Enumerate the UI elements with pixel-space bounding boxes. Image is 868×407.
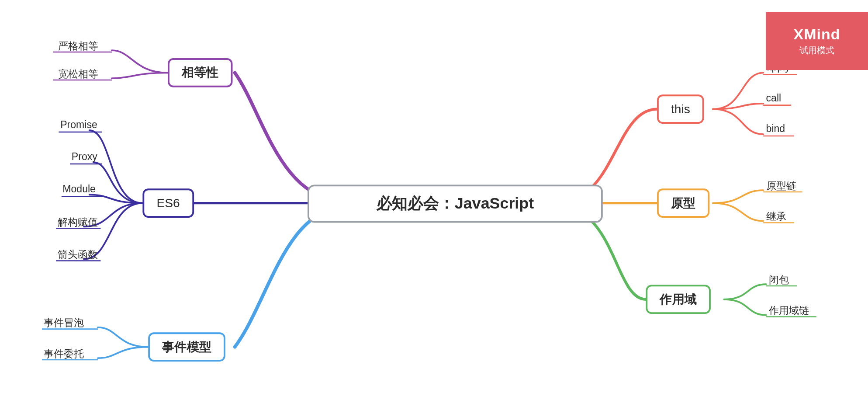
central-topic[interactable]: 必知必会：JavaScript: [308, 184, 603, 223]
central-topic-label: 必知必会：JavaScript: [377, 193, 534, 215]
branch-equality[interactable]: 相等性: [168, 58, 232, 87]
branch-equality-label: 相等性: [182, 64, 218, 81]
leaf-scope-chain[interactable]: 作用域链: [769, 304, 809, 317]
branch-scope-label: 作用域: [660, 291, 696, 308]
leaf-module[interactable]: Module: [62, 184, 96, 195]
leaf-proxy[interactable]: Proxy: [72, 151, 97, 163]
branch-event-model-label: 事件模型: [162, 338, 211, 355]
leaf-event-delegate[interactable]: 事件委托: [44, 347, 84, 361]
leaf-call[interactable]: call: [766, 92, 782, 104]
branch-es6-label: ES6: [156, 196, 180, 210]
leaf-event-bubble[interactable]: 事件冒泡: [44, 316, 84, 330]
leaf-inherit[interactable]: 继承: [766, 210, 786, 223]
leaf-strict-equal[interactable]: 严格相等: [58, 39, 98, 53]
leaf-destructure[interactable]: 解构赋值: [58, 216, 98, 229]
watermark-trial: 试用模式: [799, 45, 834, 56]
branch-this[interactable]: this: [657, 94, 704, 124]
leaf-bind[interactable]: bind: [766, 123, 785, 135]
leaf-loose-equal[interactable]: 宽松相等: [58, 67, 98, 81]
watermark: XMind 试用模式: [766, 12, 868, 70]
branch-event-model[interactable]: 事件模型: [148, 332, 225, 362]
leaf-promise[interactable]: Promise: [60, 119, 97, 131]
branch-scope[interactable]: 作用域: [646, 285, 710, 314]
branch-this-label: this: [671, 102, 690, 116]
branch-es6[interactable]: ES6: [142, 188, 194, 218]
leaf-closure[interactable]: 闭包: [769, 273, 789, 287]
branch-prototype[interactable]: 原型: [657, 188, 709, 218]
branch-prototype-label: 原型: [671, 195, 695, 211]
leaf-proto-chain[interactable]: 原型链: [766, 179, 796, 193]
watermark-brand: XMind: [794, 26, 840, 43]
leaf-arrow-fn[interactable]: 箭头函数: [58, 248, 98, 261]
